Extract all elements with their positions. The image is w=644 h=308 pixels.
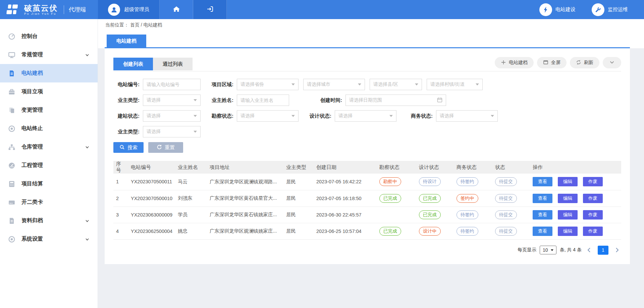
- table-row: 4 YX2023062500004 姚忠 广东深圳龙华区观澜镇姚家庄... 居民…: [113, 223, 621, 239]
- province-select[interactable]: 请选择省份: [237, 79, 299, 90]
- sidebar-item-system-settings[interactable]: 系统设置: [0, 230, 98, 248]
- brand-text: 破茧云伏 Po Jian Yun Fu: [24, 4, 58, 15]
- sitemap-icon: [7, 143, 16, 151]
- owner-type2-select[interactable]: 请选择: [143, 126, 201, 137]
- chevron-down-icon: [85, 237, 90, 242]
- station-code-input[interactable]: [143, 79, 201, 90]
- sidebar-item-label: 电站建档: [21, 70, 43, 77]
- breadcrumb-path: 首页 / 电站建档: [130, 22, 162, 27]
- sidebar-item-console[interactable]: 控制台: [0, 27, 98, 46]
- void-button[interactable]: 作废: [583, 177, 603, 186]
- station-table: 序号 电站编号 业主姓名 项目地址 业主类型 创建日期 勘察状态 设计状态 商务…: [113, 161, 621, 240]
- chevron-down-icon: [85, 53, 90, 57]
- business-status-select[interactable]: 请选择: [436, 110, 498, 122]
- filter-label: 业主姓名:: [207, 97, 237, 104]
- logout-icon: [206, 6, 214, 14]
- fullscreen-button[interactable]: 全屏: [537, 57, 567, 68]
- per-page-select[interactable]: 10: [540, 246, 556, 254]
- chevron-down-icon: [609, 60, 614, 65]
- sidebar-item-station-archive[interactable]: 电站建档: [0, 64, 98, 82]
- select-arrow-icon: [476, 83, 479, 85]
- design-status-select[interactable]: 请选择: [335, 110, 396, 122]
- filter-label: 建站状态:: [113, 113, 143, 119]
- edit-button[interactable]: 编辑: [558, 227, 578, 236]
- logout-button[interactable]: [193, 0, 227, 19]
- sidebar-item-project-initiation[interactable]: 项目立项: [0, 82, 98, 101]
- next-page-button[interactable]: [613, 247, 621, 253]
- filter-label: 设计状态:: [305, 113, 335, 119]
- sidebar-item-open-class2-card[interactable]: 开二类卡: [0, 193, 98, 211]
- avatar: [108, 4, 120, 16]
- owner-name-input[interactable]: [237, 95, 289, 106]
- select-arrow-icon: [491, 115, 494, 117]
- search-button[interactable]: 搜索: [113, 142, 144, 153]
- col-header: 操作: [530, 161, 621, 174]
- county-select[interactable]: 请选择县/区: [370, 79, 422, 90]
- view-button[interactable]: 查看: [533, 227, 552, 236]
- void-button[interactable]: 作废: [583, 210, 603, 220]
- tab-create-list[interactable]: 创建列表: [113, 58, 153, 70]
- copy-icon: [7, 106, 16, 115]
- filter-label: 项目区域:: [207, 81, 237, 88]
- col-header: 业主姓名: [175, 161, 207, 174]
- module-monitor-ops[interactable]: 监控运维: [592, 3, 628, 16]
- edit-button[interactable]: 编辑: [558, 177, 578, 186]
- sidebar-item-label: 电站终止: [21, 125, 43, 132]
- filter-form: 电站编号: 项目区域: 请选择省份 请选择城市 请选择县/区 请选择村镇/街道 …: [113, 79, 621, 137]
- sidebar-item-project-settlement[interactable]: 项目结算: [0, 175, 98, 193]
- void-button[interactable]: 作废: [583, 194, 603, 203]
- refresh-icon: [576, 60, 581, 66]
- tab-passed-list[interactable]: 通过列表: [153, 58, 193, 70]
- home-button[interactable]: [160, 0, 193, 19]
- breadcrumb-label: 当前位置：: [105, 22, 129, 27]
- view-button[interactable]: 查看: [533, 210, 552, 220]
- collapse-button[interactable]: [603, 57, 621, 68]
- view-button[interactable]: 查看: [533, 177, 552, 186]
- select-arrow-icon: [194, 115, 197, 117]
- village-select[interactable]: 请选择村镇/街道: [427, 79, 483, 90]
- topbar-modules: 电站建设 监控运维: [539, 0, 644, 19]
- void-button[interactable]: 作废: [583, 227, 603, 236]
- archive-icon: [7, 217, 16, 225]
- topbar-spacer: [227, 0, 539, 19]
- breadcrumb: 当前位置： 首页 / 电站建档: [98, 19, 644, 30]
- design-status-badge: 待设计: [419, 177, 441, 186]
- edit-button[interactable]: 编辑: [558, 210, 578, 220]
- sidebar-item-general-mgmt[interactable]: 常规管理: [0, 46, 98, 64]
- design-status-badge: 已完成: [419, 210, 441, 219]
- view-button[interactable]: 查看: [533, 194, 552, 203]
- reset-button[interactable]: 重置: [148, 142, 183, 153]
- lightning-icon: [539, 3, 552, 16]
- refresh-button[interactable]: 刷新: [570, 57, 599, 68]
- sidebar-item-label: 开二类卡: [21, 199, 43, 206]
- build-status-select[interactable]: 请选择: [143, 110, 201, 122]
- business-status-badge: 待签约: [457, 177, 478, 186]
- chevron-down-icon: [85, 219, 90, 223]
- table-row: 3 YX2023063000009 学员 广东深圳龙华区黄石镇姚家庄... 居民…: [113, 206, 621, 223]
- brand-divider: [64, 5, 64, 14]
- owner-type-select[interactable]: 请选择: [143, 95, 201, 106]
- survey-status-select[interactable]: 请选择: [237, 110, 299, 122]
- select-arrow-icon: [291, 83, 295, 85]
- col-header: 状态: [492, 161, 530, 174]
- add-station-button[interactable]: 电站建档: [495, 57, 534, 68]
- sidebar-item-change-mgmt[interactable]: 变更管理: [0, 101, 98, 119]
- sidebar-item-station-terminate[interactable]: 电站终止: [0, 119, 98, 138]
- sidebar-item-warehouse-mgmt[interactable]: 仓库管理: [0, 138, 98, 156]
- document-icon: [7, 69, 16, 78]
- prev-page-button[interactable]: [585, 247, 593, 253]
- module-station-build[interactable]: 电站建设: [539, 3, 576, 16]
- col-header: 业主类型: [283, 161, 314, 174]
- date-range-picker[interactable]: 请选择日期范围: [345, 95, 446, 106]
- filter-label: 勘察状态:: [207, 113, 237, 119]
- page-1-button[interactable]: 1: [598, 246, 608, 255]
- sidebar-item-data-archive[interactable]: 资料归档: [0, 211, 98, 230]
- sidebar-item-engineering-mgmt[interactable]: 工程管理: [0, 156, 98, 175]
- city-select[interactable]: 请选择城市: [303, 79, 365, 90]
- col-header: 项目地址: [207, 161, 283, 174]
- edit-button[interactable]: 编辑: [558, 194, 578, 203]
- page-tab[interactable]: 电站建档: [107, 35, 146, 47]
- user-menu[interactable]: 超级管理员: [98, 0, 160, 19]
- logo-icon: [5, 4, 20, 16]
- col-header: 电站编号: [128, 161, 175, 174]
